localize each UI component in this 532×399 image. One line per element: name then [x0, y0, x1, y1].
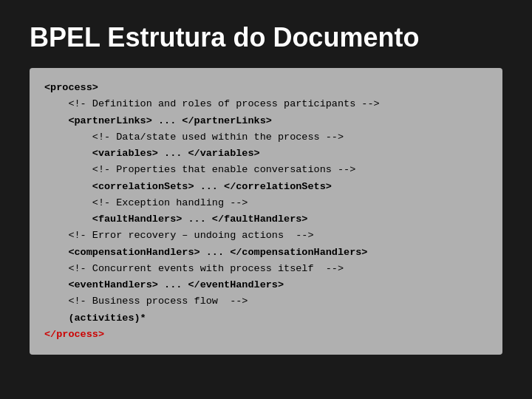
tag-process-open: <process>: [44, 82, 98, 93]
tag-eventhandlers: <eventHandlers> ... </eventHandlers>: [68, 279, 284, 290]
code-block: <process> <!- Definition and roles of pr…: [30, 68, 502, 355]
comment-3: <!- Properties that enable conversations…: [92, 164, 355, 175]
slide-title: BPEL Estrutura do Documento: [30, 22, 502, 53]
tag-faulthandlers: <faultHandlers> ... </faultHandlers>: [92, 214, 308, 225]
comment-6: <!- Concurrent events with process itsel…: [68, 263, 344, 274]
slide: BPEL Estrutura do Documento <process> <!…: [0, 0, 532, 399]
tag-correlationsets: <correlationSets> ... </correlationSets>: [92, 181, 332, 192]
tag-partnerlinks: <partnerLinks> ... </partnerLinks>: [68, 115, 271, 126]
comment-4: <!- Exception handling -->: [92, 197, 248, 208]
tag-variables: <variables> ... </variables>: [92, 148, 260, 159]
tag-process-close: </process>: [44, 329, 104, 340]
tag-compensationhandlers: <compensationHandlers> ... </compensatio…: [68, 247, 367, 258]
tag-activities: (activities)*: [68, 313, 146, 324]
code-content: <process> <!- Definition and roles of pr…: [44, 80, 488, 343]
comment-7: <!- Business process flow -->: [68, 296, 248, 307]
comment-1: <!- Definition and roles of process part…: [68, 98, 379, 109]
comment-5: <!- Error recovery – undoing actions -->: [68, 230, 313, 241]
comment-2: <!- Data/state used within the process -…: [92, 132, 344, 143]
